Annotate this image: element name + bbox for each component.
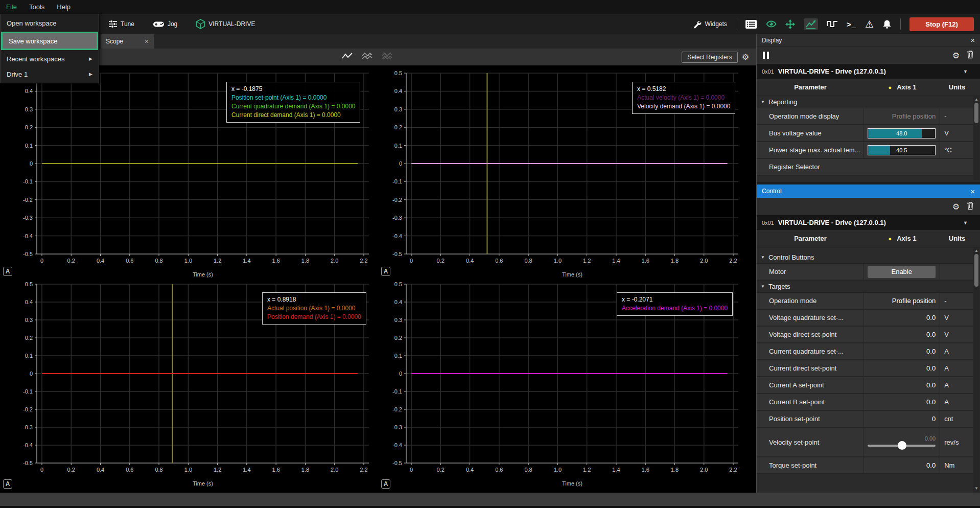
svg-text:-0.4: -0.4 <box>392 442 402 448</box>
parameter-value[interactable]: 0.0 <box>864 377 941 393</box>
parameter-name: Current direct set-point <box>757 360 864 376</box>
parameter-name: Motor <box>757 264 864 280</box>
scroll-up-icon[interactable]: ▲ <box>974 247 978 254</box>
scroll-down-icon[interactable]: ▼ <box>974 485 978 492</box>
parameter-units: A <box>940 364 973 372</box>
parameter-value[interactable]: 0.0 <box>864 360 941 376</box>
autoscale-button[interactable]: A <box>381 267 390 276</box>
double-zigzag-off-icon <box>381 52 393 61</box>
svg-text:-0.1: -0.1 <box>23 388 33 395</box>
jog-button[interactable]: Jog <box>153 19 177 29</box>
scope-settings-gear-icon[interactable]: ⚙ <box>742 52 749 62</box>
tab-close-icon[interactable]: × <box>145 37 149 45</box>
parameter-units: rev/s <box>940 438 973 446</box>
autoscale-button[interactable]: A <box>3 479 12 489</box>
scrollbar-thumb[interactable] <box>974 254 978 287</box>
application-window: File Tools Help Open workspace Save work… <box>0 0 980 508</box>
parameter-value[interactable]: 0.0 <box>864 327 941 342</box>
svg-text:2.2: 2.2 <box>729 467 737 473</box>
svg-text:0.2: 0.2 <box>437 258 445 264</box>
autoscale-button[interactable]: A <box>3 267 12 276</box>
control-scrollbar[interactable]: ▲ ▼ <box>973 247 979 492</box>
single-trace-mode-button[interactable] <box>341 52 353 63</box>
control-panel-close-icon[interactable]: × <box>970 187 975 196</box>
column-header-axis: Axis 1 <box>897 83 916 91</box>
svg-text:0.2: 0.2 <box>437 467 445 473</box>
multi-trace-mode-button[interactable] <box>361 52 373 63</box>
monitor-view-button[interactable] <box>766 20 777 28</box>
section-header[interactable]: ▼Reporting <box>757 96 973 108</box>
main-toolbar: Tune Jog VIRTUAL-DRIVE Widgets <box>0 14 980 34</box>
slider-handle[interactable] <box>898 441 906 450</box>
menu-item-recent-workspaces[interactable]: Recent workspaces ▶ <box>1 51 99 66</box>
parameter-row: Voltage quadrature set-...0.0V <box>757 310 973 327</box>
svg-text:1.8: 1.8 <box>671 258 679 264</box>
parameter-gauge: 40.5 <box>864 142 940 158</box>
parameter-value[interactable]: 0.0 <box>864 394 941 410</box>
menu-file[interactable]: File <box>0 1 23 13</box>
cursor-tooltip: x = 0.5182Actual velocity (Axis 1) = 0.0… <box>632 82 735 114</box>
control-panel: Control × ⚙ 0x01 VIRTUAL-DRIVE - Drive (… <box>757 184 980 493</box>
menu-item-save-workspace[interactable]: Save workspace <box>1 32 98 50</box>
register-list-button[interactable] <box>745 19 757 29</box>
x-axis-label: Time (s) <box>193 271 213 278</box>
display-settings-gear-icon[interactable]: ⚙ <box>952 51 960 60</box>
warnings-button[interactable]: ⚠ <box>865 19 874 29</box>
parameter-value[interactable]: 0.0 <box>864 343 941 359</box>
svg-text:0.3: 0.3 <box>25 106 33 112</box>
notifications-button[interactable] <box>882 19 892 29</box>
svg-text:-0.1: -0.1 <box>392 388 402 395</box>
svg-text:-0.2: -0.2 <box>23 406 33 412</box>
bell-icon <box>882 19 892 29</box>
signal-generator-button[interactable] <box>827 19 838 29</box>
control-trash-icon[interactable] <box>967 201 974 212</box>
parameter-units: V <box>940 331 973 338</box>
single-zigzag-icon <box>341 52 353 61</box>
scope-view-button[interactable] <box>804 18 818 30</box>
parameter-value[interactable]: 0.0 <box>864 310 941 326</box>
scrollbar-thumb[interactable] <box>974 103 978 123</box>
menu-item-drive-1[interactable]: Drive 1 ▶ <box>1 66 99 82</box>
velocity-slider[interactable] <box>868 445 936 447</box>
svg-text:1.2: 1.2 <box>583 258 591 264</box>
display-scrollbar[interactable]: ▲ <box>973 96 979 180</box>
autoscale-button[interactable]: A <box>381 479 390 489</box>
scroll-up-icon[interactable]: ▲ <box>974 96 978 103</box>
svg-text:0.4: 0.4 <box>466 258 474 264</box>
side-panel: Display × ⚙ 0x01 VIRTUAL-DRIVE - Drive (… <box>756 34 980 493</box>
control-device-selector[interactable]: 0x01 VIRTUAL-DRIVE - Drive (127.0.0.1) ▼ <box>757 215 980 230</box>
tab-scope[interactable]: Scope × <box>101 34 154 49</box>
parameter-value[interactable]: 0.0 <box>864 457 941 473</box>
menu-item-open-workspace[interactable]: Open workspace <box>1 15 99 31</box>
display-device-selector[interactable]: 0x01 VIRTUAL-DRIVE - Drive (127.0.0.1) ▼ <box>757 64 980 79</box>
tune-button[interactable]: Tune <box>108 19 134 29</box>
cursor-tooltip: x = 0.8918Actual position (Axis 1) = 0.0… <box>262 292 366 325</box>
menu-help[interactable]: Help <box>51 1 77 13</box>
display-panel-close-icon[interactable]: × <box>970 36 975 44</box>
eye-icon <box>766 20 777 28</box>
menu-bar: File Tools Help <box>0 0 980 14</box>
widgets-button[interactable]: Widgets <box>693 20 727 29</box>
control-settings-gear-icon[interactable]: ⚙ <box>952 202 960 212</box>
virtual-drive-button[interactable]: VIRTUAL-DRIVE <box>196 19 255 29</box>
pause-button[interactable] <box>763 52 769 59</box>
section-header[interactable]: ▼Targets <box>757 281 973 293</box>
submenu-arrow-icon: ▶ <box>89 72 92 77</box>
svg-text:2.0: 2.0 <box>700 467 708 473</box>
move-layout-button[interactable] <box>785 19 795 29</box>
motor-enable-button[interactable]: Enable <box>868 266 936 278</box>
stop-button[interactable]: Stop (F12) <box>909 17 974 31</box>
split-trace-mode-button[interactable] <box>381 52 393 63</box>
parameter-value[interactable]: 0 <box>864 411 941 427</box>
scope-toolbar: Select Registers ⚙ <box>0 49 756 65</box>
terminal-icon: >_ <box>847 20 856 29</box>
value-cell: 0.00 <box>864 428 940 456</box>
parameter-row: Power stage max. actual tem...40.5°C <box>757 142 973 159</box>
parameter-units: cnt <box>940 415 973 423</box>
terminal-button[interactable]: >_ <box>847 20 856 29</box>
menu-tools[interactable]: Tools <box>23 1 51 13</box>
parameter-value[interactable]: Profile position <box>864 293 941 309</box>
section-header[interactable]: ▼Control Buttons <box>757 251 973 264</box>
select-registers-button[interactable]: Select Registers <box>682 52 737 63</box>
display-trash-icon[interactable] <box>967 50 974 61</box>
